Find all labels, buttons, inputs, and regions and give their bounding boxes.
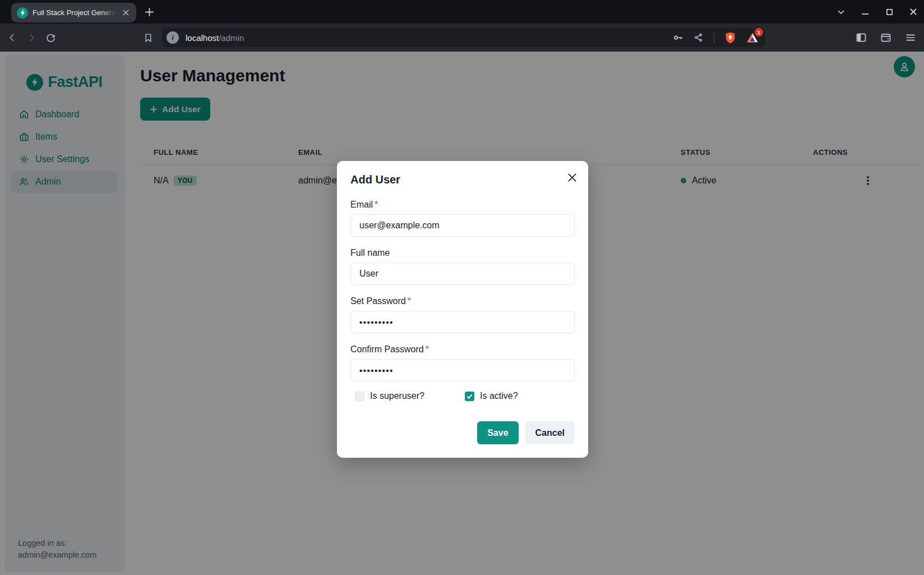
set-password-field-group: Set Password* — [350, 296, 575, 333]
cancel-button[interactable]: Cancel — [525, 421, 575, 444]
full-name-label: Full name* — [350, 248, 575, 258]
is-superuser-label: Is superuser? — [370, 391, 424, 401]
required-asterisk: * — [426, 344, 429, 354]
browser-toolbar: i localhost/admin 1 — [0, 24, 924, 52]
bookmark-icon[interactable] — [141, 31, 155, 44]
brave-rewards-icon[interactable]: 1 — [746, 32, 759, 43]
toolbar-divider — [714, 33, 714, 43]
full-name-field-group: Full name* — [350, 248, 575, 285]
modal-title: Add User — [350, 173, 575, 186]
tab-bar: Full Stack Project Genera — [0, 0, 924, 24]
checkbox-icon[interactable] — [465, 392, 474, 401]
save-button[interactable]: Save — [477, 421, 518, 444]
url-text: localhost/admin — [186, 33, 244, 43]
required-asterisk: * — [408, 296, 411, 306]
browser-tab[interactable]: Full Stack Project Genera — [11, 3, 136, 22]
confirm-password-field-group: Confirm Password* — [350, 344, 575, 381]
url-path: /admin — [219, 33, 244, 43]
confirm-password-label: Confirm Password* — [350, 344, 575, 355]
sidebar-panel-icon[interactable] — [856, 32, 867, 43]
set-password-field[interactable] — [350, 311, 575, 333]
wallet-icon[interactable] — [880, 32, 891, 43]
share-icon[interactable] — [694, 33, 704, 43]
tab-search-icon[interactable] — [836, 7, 846, 17]
is-active-checkbox[interactable]: Is active? — [465, 391, 575, 401]
tab-title: Full Stack Project Genera — [33, 8, 116, 17]
rewards-badge: 1 — [755, 28, 763, 36]
tab-close-icon[interactable] — [121, 8, 131, 18]
back-icon[interactable] — [6, 31, 19, 44]
menu-icon[interactable] — [905, 32, 916, 43]
fastapi-favicon-icon — [17, 7, 28, 19]
checkbox-row: Is superuser? Is active? — [350, 391, 575, 401]
required-asterisk: * — [375, 200, 378, 209]
url-bar[interactable]: i localhost/admin 1 — [162, 28, 765, 47]
window-close-icon[interactable] — [908, 7, 918, 17]
toolbar-right-icons — [856, 24, 916, 52]
minimize-icon[interactable] — [860, 7, 870, 17]
maximize-icon[interactable] — [884, 7, 894, 17]
modal-close-icon[interactable] — [565, 170, 579, 185]
password-key-icon[interactable] — [672, 32, 683, 43]
is-active-label: Is active? — [480, 391, 518, 401]
forward-icon[interactable] — [25, 31, 38, 44]
url-host: localhost — [186, 33, 219, 43]
email-field[interactable] — [350, 214, 575, 237]
brave-shield-icon[interactable] — [724, 31, 736, 44]
page-viewport: FastAPI Dashboard Items User Settings — [0, 52, 924, 575]
reload-icon[interactable] — [44, 31, 57, 44]
full-name-field[interactable] — [350, 263, 575, 285]
is-superuser-checkbox[interactable]: Is superuser? — [355, 391, 465, 401]
window-controls — [836, 0, 918, 24]
email-label: Email* — [350, 200, 575, 210]
set-password-label: Set Password* — [350, 296, 575, 306]
email-field-group: Email* — [350, 200, 575, 237]
site-info-icon[interactable]: i — [167, 31, 179, 44]
new-tab-icon[interactable] — [142, 5, 156, 19]
url-bar-icons: 1 — [672, 31, 759, 44]
confirm-password-field[interactable] — [350, 359, 575, 381]
checkbox-icon[interactable] — [355, 392, 364, 401]
add-user-modal: Add User Email* Full name* Set Password*… — [337, 161, 588, 458]
modal-buttons: Save Cancel — [350, 421, 575, 444]
